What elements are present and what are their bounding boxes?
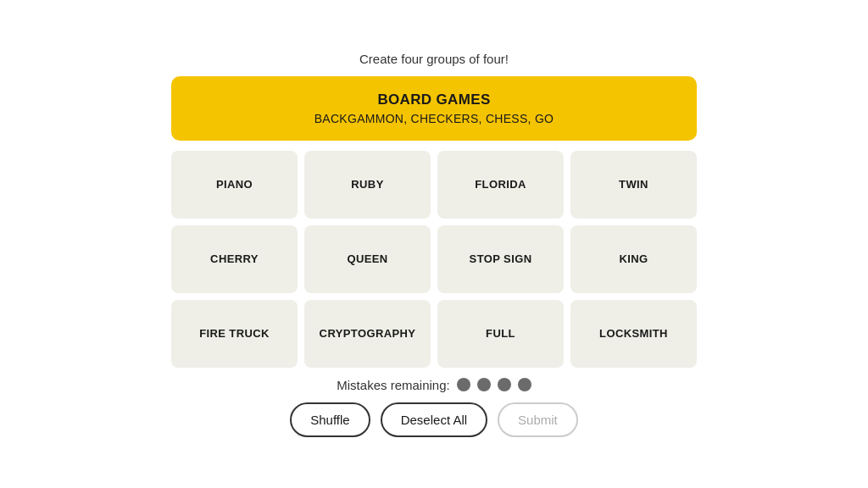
tile-7[interactable]: KING [570, 225, 697, 293]
solved-category-name: BOARD GAMES [188, 92, 680, 108]
tile-6[interactable]: STOP SIGN [437, 225, 564, 293]
tile-label-5: QUEEN [342, 252, 392, 265]
tile-4[interactable]: CHERRY [171, 225, 298, 293]
mistake-dot-1 [457, 378, 470, 391]
tile-8[interactable]: FIRE TRUCK [171, 300, 298, 368]
tile-label-2: FLORIDA [470, 178, 531, 191]
solved-banner: BOARD GAMES BACKGAMMON, CHECKERS, CHESS,… [171, 76, 697, 141]
tile-3[interactable]: TWIN [570, 151, 697, 219]
tile-0[interactable]: PIANO [171, 151, 298, 219]
mistakes-row: Mistakes remaining: [337, 378, 531, 392]
tile-label-9: CRYPTOGRAPHY [314, 327, 421, 340]
tile-5[interactable]: QUEEN [304, 225, 431, 293]
tile-label-7: KING [614, 252, 653, 265]
tile-label-4: CHERRY [205, 252, 264, 265]
mistake-dot-4 [518, 378, 531, 391]
tile-9[interactable]: CRYPTOGRAPHY [304, 300, 431, 368]
deselect-all-button[interactable]: Deselect All [381, 402, 487, 437]
shuffle-button[interactable]: Shuffle [290, 402, 370, 437]
solved-category-items: BACKGAMMON, CHECKERS, CHESS, GO [188, 112, 680, 125]
tile-label-1: RUBY [346, 178, 388, 191]
tile-grid: PIANORUBYFLORIDATWINCHERRYQUEENSTOP SIGN… [171, 151, 697, 368]
tile-label-0: PIANO [211, 178, 258, 191]
game-container: Create four groups of four! BOARD GAMES … [171, 52, 697, 437]
mistake-dot-2 [477, 378, 491, 391]
mistakes-label: Mistakes remaining: [337, 378, 449, 392]
tile-label-6: STOP SIGN [465, 252, 537, 265]
submit-button[interactable]: Submit [498, 402, 578, 437]
mistake-dot-3 [498, 378, 511, 391]
tile-label-8: FIRE TRUCK [194, 327, 275, 340]
tile-label-10: FULL [481, 327, 520, 340]
tile-1[interactable]: RUBY [304, 151, 431, 219]
tile-2[interactable]: FLORIDA [437, 151, 564, 219]
tile-10[interactable]: FULL [437, 300, 564, 368]
tile-label-11: LOCKSMITH [594, 327, 673, 340]
tile-11[interactable]: LOCKSMITH [570, 300, 697, 368]
subtitle: Create four groups of four! [359, 52, 509, 66]
buttons-row: Shuffle Deselect All Submit [290, 402, 578, 437]
tile-label-3: TWIN [614, 178, 654, 191]
